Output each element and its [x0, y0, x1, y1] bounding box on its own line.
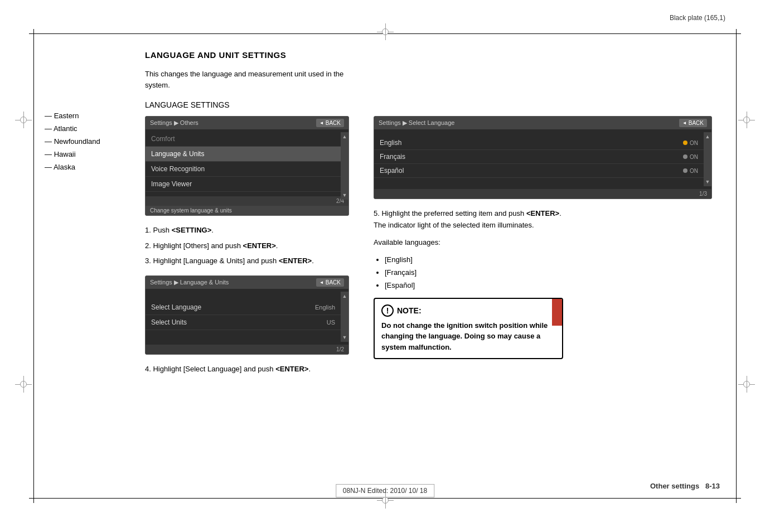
screen1-wrapper: Settings ▶ Others BACK Comfort Language … [145, 116, 357, 216]
dash-tr [737, 33, 741, 34]
lang-bullet-list: [English] [Français] [Español] [374, 253, 720, 292]
screen3-spacer-bottom [374, 178, 704, 187]
screen2-header: Settings ▶ Language & Units BACK [146, 276, 348, 289]
vdash-lt [33, 29, 34, 33]
step5-text: 5. Highlight the preferred setting item … [374, 208, 563, 231]
screen1-scrollbar[interactable]: ▲ ▼ [341, 132, 348, 200]
dash-bl [29, 498, 33, 499]
screen1-breadcrumb: Settings ▶ Others [150, 119, 198, 127]
note-content: Do not change the ignition switch positi… [381, 320, 555, 353]
lang-francais-label: Français [380, 153, 405, 161]
intro-text: This changes the language and measuremen… [145, 69, 357, 90]
vdash-rb [736, 499, 737, 503]
screen2-footer: 1/2 [146, 345, 348, 354]
screen3-header: Settings ▶ Select Language BACK [374, 117, 711, 129]
border-right [736, 33, 737, 499]
screen2-mockup: Settings ▶ Language & Units BACK Select … [145, 275, 349, 355]
lang-espanol-label: Español [380, 167, 404, 175]
step-4: 4. Highlight [Select Language] and push … [145, 364, 357, 375]
step-1: 1. Push <SETTING>. [145, 225, 357, 236]
step-4-num: 4. [145, 365, 151, 373]
edit-info: 08NJ-N Edited: 2010/ 10/ 18 [336, 484, 434, 497]
select-language-label: Select Language [151, 303, 201, 311]
vdash-rt [736, 29, 737, 33]
screen1-item-language-units[interactable]: Language & Units [146, 147, 341, 162]
screen1-item-voice[interactable]: Voice Recognition [146, 162, 341, 177]
section-title: LANGUAGE SETTINGS [145, 100, 720, 109]
screen2-back-btn[interactable]: BACK [316, 278, 344, 287]
screen3-lang-espanol[interactable]: Español ON [374, 164, 704, 178]
left-column: Settings ▶ Others BACK Comfort Language … [145, 116, 357, 379]
screen1-back-btn[interactable]: BACK [316, 119, 344, 127]
screen3-back-btn[interactable]: BACK [679, 119, 707, 127]
step-3: 3. Highlight [Language & Units] and push… [145, 255, 357, 267]
scroll-up-arrow: ▲ [342, 134, 347, 139]
dot-espanol [683, 168, 687, 173]
screen1-item-image[interactable]: Image Viewer [146, 177, 341, 192]
dash-br [737, 498, 741, 499]
footer-page-num: 8-13 [705, 482, 720, 490]
scroll-down-arrow: ▼ [342, 192, 347, 198]
screen3-body: English ON Français ON [374, 129, 711, 189]
screen1-status: Change system language & units [146, 206, 348, 215]
right-column: Settings ▶ Select Language BACK English … [374, 116, 720, 379]
lang-english-status: ON [683, 140, 698, 146]
screen3-breadcrumb: Settings ▶ Select Language [379, 119, 454, 127]
lang-bullet-francais: [Français] [385, 266, 720, 279]
screen3-spacer-top [374, 132, 704, 136]
step-1-num: 1. [145, 226, 151, 234]
screen1-footer: 2/4 [146, 196, 348, 206]
step-3-num: 3. [145, 257, 151, 265]
screen3-lang-english[interactable]: English ON [374, 136, 704, 150]
list-item-alaska: Alaska [45, 163, 112, 171]
step-2-num: 2. [145, 241, 151, 250]
available-langs-label: Available languages: [374, 238, 720, 246]
screen2-scrollbar[interactable]: ▲ ▼ [341, 292, 348, 342]
crosshair-top-center [377, 23, 394, 40]
list-item-hawaii: Hawaii [45, 150, 112, 158]
screen3-mockup: Settings ▶ Select Language BACK English … [374, 116, 712, 199]
step-2: 2. Highlight [Others] and push <ENTER>. [145, 240, 357, 252]
border-left [33, 33, 34, 499]
note-title: NOTE: [397, 306, 422, 315]
lang-english-label: English [380, 139, 401, 147]
page-title: LANGUAGE AND UNIT SETTINGS [145, 50, 720, 60]
lang-espanol-status: ON [683, 168, 698, 174]
lang-bullet-english: [English] [385, 253, 720, 266]
dash-tl [29, 33, 33, 34]
crosshair-left-bottom [15, 376, 32, 393]
screen2-breadcrumb: Settings ▶ Language & Units [150, 279, 229, 286]
crosshair-right-top [738, 112, 755, 128]
dot-francais [683, 154, 687, 159]
page-footer: Other settings 8-13 [650, 482, 720, 490]
steps-1-3: 1. Push <SETTING>. 2. Highlight [Others]… [145, 225, 357, 267]
note-icon: ! [381, 304, 394, 317]
screen1-header: Settings ▶ Others BACK [146, 117, 348, 129]
note-header: ! NOTE: [381, 304, 555, 317]
crosshair-left-top [15, 112, 32, 128]
screen1-mockup: Settings ▶ Others BACK Comfort Language … [145, 116, 349, 216]
scroll3-down-arrow: ▼ [705, 179, 710, 185]
list-item-newfoundland: Newfoundland [45, 137, 112, 146]
select-units-label: Select Units [151, 318, 187, 326]
lang-francais-status: ON [683, 154, 698, 160]
screen2-wrapper: Settings ▶ Language & Units BACK Select … [145, 275, 357, 355]
screen2-item-language[interactable]: Select Language English [146, 300, 341, 315]
list-item-atlantic: Atlantic [45, 124, 112, 133]
vdash-lb [33, 499, 34, 503]
screen3-scrollbar[interactable]: ▲ ▼ [704, 132, 711, 186]
list-item-eastern: Eastern [45, 112, 112, 120]
lang-bullet-espanol: [Español] [385, 279, 720, 292]
scroll2-up-arrow: ▲ [342, 293, 347, 299]
note-corner-decoration [552, 298, 563, 326]
screen2-body: Select Language English Select Units US [146, 289, 348, 345]
left-list: Eastern Atlantic Newfoundland Hawaii Ala… [45, 112, 112, 176]
screen2-item-units[interactable]: Select Units US [146, 315, 341, 330]
dot-english [683, 141, 687, 145]
scroll3-up-arrow: ▲ [705, 134, 710, 139]
screen1-item-comfort[interactable]: Comfort [146, 132, 341, 147]
screen3-lang-francais[interactable]: Français ON [374, 150, 704, 164]
main-content: LANGUAGE AND UNIT SETTINGS This changes … [145, 50, 720, 379]
select-units-value: US [327, 319, 335, 326]
screen2-spacer-bottom [146, 330, 341, 341]
